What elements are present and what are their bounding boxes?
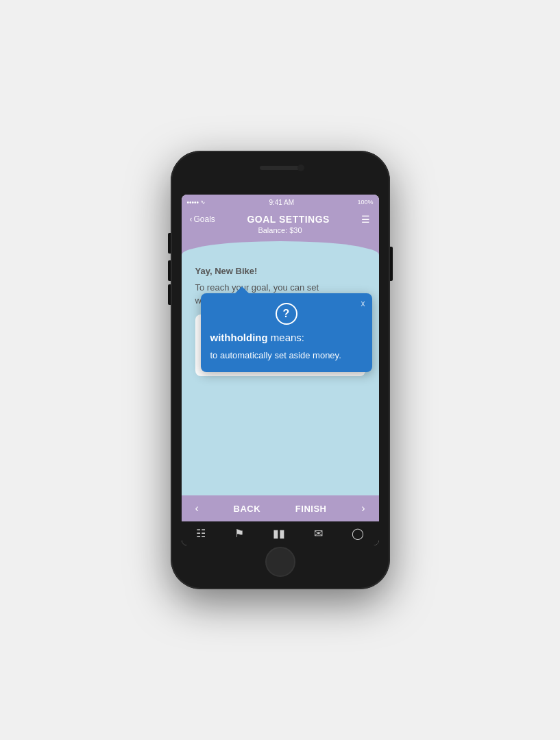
back-button[interactable]: ‹ Goals [190,214,215,224]
tooltip-close-button[interactable]: x [361,299,365,308]
wifi-icon: ∿ [200,199,206,206]
tab-bar: ☷ ⚑ ▮▮ ✉ ◯ [182,521,379,545]
finish-button-label[interactable]: FINISH [295,504,327,514]
status-bar: ••••• ∿ 9:41 AM 100% [182,195,379,210]
content-area: Yay, New Bike! To reach your goal, you c… [182,255,379,495]
back-label: Goals [194,214,215,224]
balance-label: Balance: $30 [258,226,302,234]
tab-chart-icon[interactable]: ▮▮ [273,527,285,540]
status-time: 9:41 AM [269,199,294,206]
phone-home-button[interactable] [265,547,295,577]
signal-dots: ••••• [187,199,199,206]
next-arrow-icon[interactable]: › [361,502,365,515]
phone-camera [297,164,304,171]
phone-speaker [260,166,301,170]
tab-flag-icon[interactable]: ⚑ [234,527,244,540]
phone-shell: ••••• ∿ 9:41 AM 100% ‹ Goals GOAL SETTIN… [171,151,390,589]
tab-list-icon[interactable]: ☷ [196,527,206,540]
tooltip-body: to automatically set aside money. [210,349,363,362]
prev-arrow-icon[interactable]: ‹ [195,502,199,515]
page-title: GOAL SETTINGS [247,214,330,225]
back-button-label[interactable]: BACK [234,504,261,514]
tooltip-title: withholding means: [210,332,363,343]
tooltip-title-rest: means: [268,332,304,343]
tab-badge-icon[interactable]: ✉ [314,527,323,540]
goal-name: Yay, New Bike! [195,264,365,278]
tooltip-question-icon: ? [276,303,297,325]
top-nav: ‹ Goals GOAL SETTINGS ☰ Balance: $30 [182,210,379,241]
tab-game-icon[interactable]: ◯ [352,527,364,540]
curved-divider [182,241,379,255]
back-chevron-icon: ‹ [190,214,193,224]
tooltip-arrow [235,286,249,293]
menu-icon[interactable]: ☰ [361,214,370,225]
phone-screen: ••••• ∿ 9:41 AM 100% ‹ Goals GOAL SETTIN… [182,195,379,545]
bottom-bar: ‹ BACK FINISH › [182,495,379,521]
battery-indicator: 100% [357,199,373,206]
tooltip-popup: x ? withholding means: to automatically … [201,293,372,372]
status-left: ••••• ∿ [187,199,206,206]
tooltip-title-bold: withholding [210,332,268,343]
